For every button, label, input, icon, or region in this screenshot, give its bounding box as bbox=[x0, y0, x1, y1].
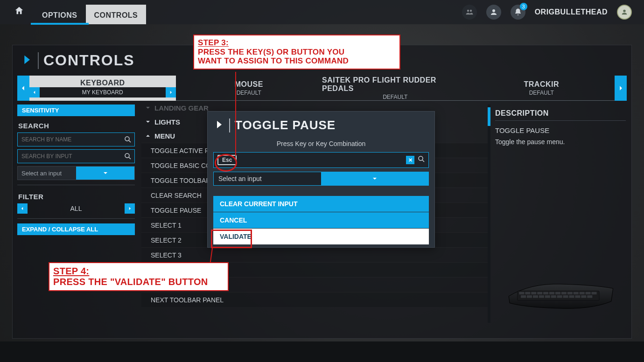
svg-rect-13 bbox=[555, 292, 560, 295]
chevron-down-icon bbox=[321, 172, 428, 185]
device-name: MOUSE bbox=[235, 80, 263, 89]
notifications-badge: 3 bbox=[520, 3, 527, 10]
chevron-down-icon bbox=[145, 104, 151, 112]
svg-rect-14 bbox=[561, 292, 567, 295]
expand-collapse-button[interactable]: EXPAND / COLLAPSE ALL bbox=[17, 223, 135, 235]
search-name-input[interactable] bbox=[18, 136, 121, 143]
device-name: TRACKIR bbox=[524, 80, 560, 89]
filter-value: ALL bbox=[30, 205, 122, 212]
scrollbar-track bbox=[488, 104, 490, 323]
category-label: LIGHTS bbox=[154, 118, 180, 126]
search-input-input[interactable] bbox=[18, 153, 121, 160]
device-profile: DEFAULT bbox=[237, 90, 261, 96]
notifications-icon[interactable]: 3 bbox=[511, 5, 525, 20]
clear-key-button[interactable]: ✕ bbox=[406, 156, 414, 164]
filter-next-button[interactable] bbox=[125, 203, 135, 214]
svg-rect-26 bbox=[557, 295, 562, 298]
device-tab-mouse[interactable]: MOUSEDEFAULT bbox=[176, 76, 322, 101]
select-input-dropdown[interactable]: Select an input bbox=[17, 166, 135, 180]
filter-header: FILTER bbox=[17, 190, 135, 201]
profile-next-button[interactable] bbox=[166, 87, 176, 97]
device-tab-saitek-pro-flight-rudder-pedals[interactable]: SAITEK PRO FLIGHT RUDDER PEDALSDEFAULT bbox=[322, 76, 469, 101]
search-header: SEARCH bbox=[17, 119, 135, 130]
select-input-label: Select an input bbox=[18, 170, 76, 177]
scrollbar-thumb[interactable] bbox=[488, 107, 490, 126]
command-row[interactable]: NEXT TOOLBAR PANEL bbox=[141, 292, 488, 307]
avatar[interactable] bbox=[617, 5, 632, 20]
cancel-button[interactable]: CANCEL bbox=[213, 212, 429, 228]
category-label: MENU bbox=[154, 132, 175, 140]
svg-rect-17 bbox=[580, 292, 585, 295]
chevron-icon bbox=[20, 53, 33, 68]
device-tab-keyboard[interactable]: KEYBOARDMY KEYBOARD bbox=[29, 76, 176, 101]
svg-point-4 bbox=[125, 137, 129, 141]
svg-rect-19 bbox=[591, 292, 596, 295]
description-text: Toggle the pause menu. bbox=[495, 138, 626, 146]
svg-rect-15 bbox=[567, 292, 573, 295]
svg-point-5 bbox=[125, 153, 129, 158]
search-by-name[interactable] bbox=[17, 132, 135, 146]
profile-prev-button[interactable] bbox=[29, 87, 40, 97]
svg-rect-21 bbox=[527, 295, 532, 298]
search-icon[interactable] bbox=[121, 135, 134, 144]
annotation-circle bbox=[215, 154, 237, 172]
modal-select-input[interactable]: Select an input bbox=[213, 172, 429, 186]
svg-rect-31 bbox=[587, 295, 592, 298]
nav-options[interactable]: OPTIONS bbox=[34, 5, 86, 24]
search-icon[interactable] bbox=[416, 155, 427, 165]
device-name: KEYBOARD bbox=[80, 79, 125, 87]
device-next-button[interactable] bbox=[615, 76, 627, 101]
page-title: CONTROLS bbox=[43, 52, 135, 69]
filter-prev-button[interactable] bbox=[17, 203, 28, 214]
svg-rect-7 bbox=[519, 292, 524, 295]
home-icon[interactable] bbox=[14, 6, 27, 19]
svg-rect-22 bbox=[533, 295, 538, 298]
svg-rect-20 bbox=[521, 295, 526, 298]
username-label: ORIGBULLETHEAD bbox=[535, 8, 608, 16]
modal-select-label: Select an input bbox=[214, 175, 321, 182]
svg-rect-12 bbox=[549, 292, 554, 295]
svg-rect-28 bbox=[569, 295, 574, 298]
binding-modal: TOGGLE PAUSE Press Key or Key Combinatio… bbox=[207, 111, 435, 248]
modal-title: TOGGLE PAUSE bbox=[235, 118, 336, 132]
chevron-up-icon bbox=[145, 132, 151, 140]
svg-rect-16 bbox=[574, 292, 579, 295]
svg-rect-8 bbox=[525, 292, 530, 295]
description-title: DESCRIPTION bbox=[495, 106, 626, 121]
device-profile: MY KEYBOARD bbox=[40, 89, 166, 96]
device-profile: DEFAULT bbox=[383, 94, 407, 100]
chevron-icon bbox=[213, 119, 224, 132]
chevron-down-icon bbox=[145, 118, 151, 126]
key-input-field[interactable]: Esc ✕ bbox=[213, 152, 429, 168]
device-profile: DEFAULT bbox=[529, 90, 554, 96]
keyboard-image bbox=[495, 258, 626, 321]
svg-point-3 bbox=[623, 10, 625, 12]
annotation-step4: STEP 4: PRESS THE "VALIDATE" BUTTON bbox=[49, 262, 229, 291]
annotation-leader bbox=[235, 72, 236, 156]
divider bbox=[38, 52, 39, 69]
svg-rect-10 bbox=[537, 292, 542, 295]
annotation-validate-box bbox=[211, 230, 252, 248]
topbar: OPTIONS CONTROLS 3 ORIGBULLETHEAD bbox=[0, 0, 644, 24]
svg-point-32 bbox=[419, 156, 423, 160]
nav-controls[interactable]: CONTROLS bbox=[86, 5, 147, 24]
search-by-input[interactable] bbox=[17, 149, 135, 163]
svg-rect-18 bbox=[586, 292, 591, 295]
annotation-step3: STEP 3: PRESS THE KEY(S) OR BUTTON YOU W… bbox=[193, 35, 400, 70]
svg-rect-11 bbox=[543, 292, 548, 295]
svg-rect-27 bbox=[563, 295, 568, 298]
svg-point-1 bbox=[469, 10, 472, 12]
sensitivity-button[interactable]: SENSITIVITY bbox=[17, 104, 135, 116]
device-tab-trackir[interactable]: TRACKIRDEFAULT bbox=[469, 76, 615, 101]
search-icon[interactable] bbox=[121, 152, 134, 160]
device-prev-button[interactable] bbox=[17, 76, 29, 101]
command-row[interactable]: SELECT 3 bbox=[141, 247, 488, 262]
friends-icon[interactable] bbox=[462, 5, 477, 20]
svg-rect-30 bbox=[581, 295, 586, 298]
clear-current-input-button[interactable]: CLEAR CURRENT INPUT bbox=[213, 196, 429, 212]
svg-rect-25 bbox=[551, 295, 556, 298]
svg-rect-24 bbox=[545, 295, 550, 298]
category-label: LANDING GEAR bbox=[154, 104, 209, 112]
device-tabs: KEYBOARDMY KEYBOARDMOUSEDEFAULTSAITEK PR… bbox=[17, 76, 627, 101]
profile-icon[interactable] bbox=[486, 5, 501, 20]
